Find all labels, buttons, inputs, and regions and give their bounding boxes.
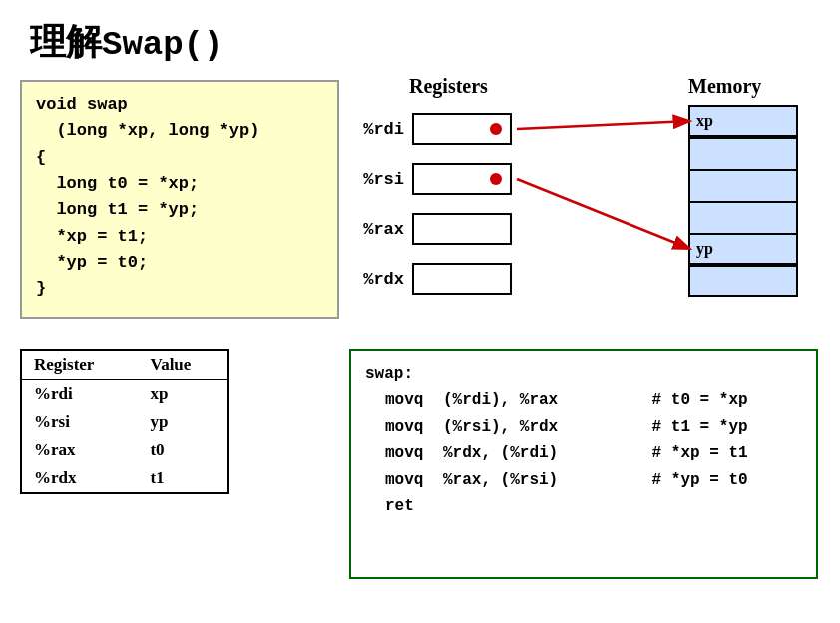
val-col-header: Value: [138, 351, 227, 380]
table-row: %rdi xp: [22, 380, 227, 409]
reg-box-rsi: [412, 163, 512, 195]
code-line-8: }: [36, 279, 46, 298]
val-yp: yp: [138, 408, 227, 436]
val-xp: xp: [138, 380, 227, 409]
reg-row-rsi: %rsi: [349, 163, 512, 195]
reg-rsi: %rsi: [22, 408, 138, 436]
svg-line-1: [517, 121, 690, 129]
code-line-1: void swap: [36, 95, 128, 114]
reg-row-rax: %rax: [349, 213, 512, 245]
reg-box-rax: [412, 213, 512, 245]
asm-label: swap:: [365, 361, 802, 387]
code-line-4: long t0 = *xp;: [36, 174, 199, 193]
reg-box-rdi: [412, 113, 512, 145]
assembly-box: swap: movq(%rdi), %rax # t0 = *xp movq(%…: [349, 349, 818, 579]
mem-cell-3: [688, 169, 798, 201]
asm-line-3: movq%rdx, (%rdi) # *xp = t1: [365, 440, 802, 466]
page-title: 理解Swap(): [30, 18, 223, 67]
reg-name-rdi: %rdi: [349, 120, 404, 139]
memory-label: Memory: [688, 75, 761, 98]
table-row: %rdx t1: [22, 464, 227, 492]
table-row: %rax t0: [22, 436, 227, 464]
reg-box-rdx: [412, 263, 512, 295]
mem-cell-4: [688, 201, 798, 233]
code-line-5: long t1 = *yp;: [36, 200, 199, 219]
pointer-dot-rsi: [490, 173, 502, 185]
reg-name-rdx: %rdx: [349, 270, 404, 289]
val-t1: t1: [138, 464, 227, 492]
svg-line-2: [517, 179, 690, 249]
code-box: void swap (long *xp, long *yp) { long t0…: [20, 80, 339, 319]
diagram: Registers Memory %rdi %rsi %rax %rdx xp …: [349, 75, 818, 339]
reg-row-rdi: %rdi: [349, 113, 512, 145]
code-line-6: *xp = t1;: [36, 227, 148, 246]
reg-row-rdx: %rdx: [349, 263, 512, 295]
reg-rdi: %rdi: [22, 380, 138, 409]
mem-cell-yp: yp: [688, 233, 798, 265]
register-table: Register Value %rdi xp %rsi yp %rax t0 %…: [20, 349, 229, 494]
asm-line-ret: ret: [365, 493, 802, 519]
asm-line-1: movq(%rdi), %rax # t0 = *xp: [365, 387, 802, 413]
title-chinese: 理解: [30, 22, 102, 62]
reg-name-rsi: %rsi: [349, 170, 404, 189]
asm-line-4: movq%rax, (%rsi) # *yp = t0: [365, 467, 802, 493]
reg-rax: %rax: [22, 436, 138, 464]
mem-cell-6: [688, 265, 798, 297]
title-code: Swap(): [102, 26, 223, 64]
reg-name-rax: %rax: [349, 220, 404, 239]
pointer-dot-rdi: [490, 123, 502, 135]
reg-col-header: Register: [22, 351, 138, 380]
asm-line-2: movq(%rsi), %rdx # t1 = *yp: [365, 414, 802, 440]
code-line-7: *yp = t0;: [36, 253, 148, 272]
code-line-2: (long *xp, long *yp): [36, 121, 259, 140]
val-t0: t0: [138, 436, 227, 464]
mem-cell-xp: xp: [688, 105, 798, 137]
mem-cell-2: [688, 137, 798, 169]
table-row: %rsi yp: [22, 408, 227, 436]
code-line-3: {: [36, 148, 46, 167]
memory-column: xp yp: [688, 105, 798, 297]
registers-label: Registers: [409, 75, 488, 98]
reg-rdx: %rdx: [22, 464, 138, 492]
